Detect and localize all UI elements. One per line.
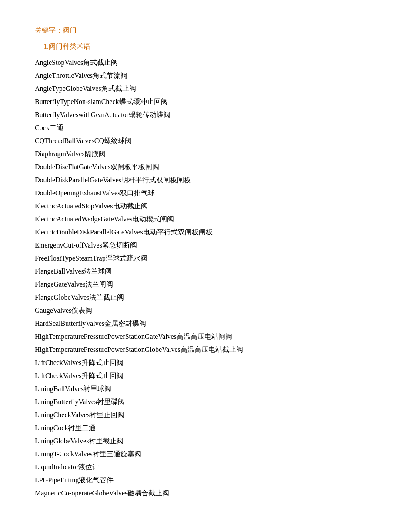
entry-chinese: 角式截止阀 <box>83 59 118 66</box>
entry-english: ElectricDoubleDiskParallelGateValves <box>35 228 143 236</box>
entry-english: LPGPipeFitting <box>35 476 79 484</box>
entry-english: LiningBallValves <box>35 385 84 392</box>
entry-english: CQThreadBallValvesCQ <box>35 137 104 144</box>
entry-chinese: 螺纹球阀 <box>104 137 132 144</box>
list-item: ElectricActuatedStopValves电动截止阀 <box>35 200 376 212</box>
list-item: DiaphragmValves隔膜阀 <box>35 148 376 160</box>
entry-chinese: 衬里二通 <box>68 424 96 432</box>
keyword-line: 关键字：阀门 <box>35 26 376 35</box>
entry-english: DiaphragmValves <box>35 150 85 157</box>
entry-chinese: 磁耦合截止阀 <box>127 489 169 497</box>
entry-english: ButterflyValveswithGearActuator <box>35 111 129 118</box>
entry-english: AngleStopValves <box>35 59 83 66</box>
list-item: AngleStopValves角式截止阀 <box>35 57 376 69</box>
list-item: HighTemperaturePressurePowerStationGlobe… <box>35 344 376 356</box>
list-item: LiningCheckValves衬里止回阀 <box>35 409 376 421</box>
entry-english: DoubleOpeningExhaustValves <box>35 189 120 197</box>
entry-english: Cock <box>35 124 50 131</box>
entry-chinese: 衬里止回阀 <box>90 411 124 418</box>
entry-chinese: 二通 <box>50 124 63 131</box>
entry-chinese: 电动截止阀 <box>113 202 148 210</box>
list-item: LiningT-CockValves衬里三通旋塞阀 <box>35 448 376 460</box>
entry-english: LiftCheckValves <box>35 359 82 366</box>
entry-chinese: 角式节流阀 <box>93 72 127 79</box>
list-item: LPGPipeFitting液化气管件 <box>35 474 376 486</box>
entry-english: DoubleDiskParallelGateValves <box>35 176 121 184</box>
entry-english: MagneticCo-operateGlobeValves <box>35 489 127 497</box>
list-item: LiftCheckValves升降式止回阀 <box>35 357 376 369</box>
list-item: ElectricDoubleDiskParallelGateValves电动平行… <box>35 226 376 238</box>
entry-english: LiningT-CockValves <box>35 450 93 458</box>
list-item: LiningBallValves衬里球阀 <box>35 383 376 395</box>
list-item: ButterflyTypeNon-slamCheck蝶式缓冲止回阀 <box>35 96 376 108</box>
entry-english: AngleThrottleValves <box>35 72 93 79</box>
list-item: LiningButterflyValves衬里碟阀 <box>35 396 376 408</box>
entry-chinese: 角式截止阀 <box>101 85 136 92</box>
list-item: DoubleDiscFlatGateValves双闸板平板闸阀 <box>35 161 376 173</box>
entry-english: LiquidIndicator <box>35 463 78 471</box>
list-item: ButterflyValveswithGearActuator蜗轮传动蝶阀 <box>35 109 376 121</box>
entry-english: ButterflyTypeNon-slamCheck <box>35 98 119 105</box>
section-title: 1.阀门种类术语 <box>35 42 376 51</box>
entry-english: HighTemperaturePressurePowerStationGlobe… <box>35 346 180 353</box>
list-item: FlangeBallValves法兰球阀 <box>35 265 376 278</box>
entry-chinese: 升降式止回阀 <box>82 359 124 366</box>
entry-english: FreeFloatTypeSteamTrap <box>35 254 106 262</box>
entry-chinese: 隔膜阀 <box>85 150 106 157</box>
entry-english: FlangeBallValves <box>35 268 84 275</box>
entry-chinese: 浮球式疏水阀 <box>106 254 147 262</box>
entry-english: LiningGlobeValves <box>35 437 89 445</box>
list-item: CQThreadBallValvesCQ螺纹球阀 <box>35 135 376 147</box>
entry-chinese: 法兰球阀 <box>84 268 112 275</box>
entry-chinese: 明杆平行式双闸板闸板 <box>121 176 191 184</box>
entry-english: HardSealButterflyValves <box>35 320 104 327</box>
entry-chinese: 电动平行式双闸板闸板 <box>143 228 213 236</box>
entry-english: FlangeGlobeValves <box>35 294 89 301</box>
list-item: FlangeGateValves法兰闸阀 <box>35 278 376 291</box>
entry-english: EmergenyCut-offValves <box>35 241 102 249</box>
keyword-value: 阀门 <box>63 27 77 34</box>
entries-list: AngleStopValves角式截止阀AngleThrottleValves角… <box>35 57 376 499</box>
entry-chinese: 蝶式缓冲止回阀 <box>119 98 168 105</box>
list-item: DoubleOpeningExhaustValves双口排气球 <box>35 187 376 199</box>
entry-chinese: 仪表阀 <box>71 307 92 314</box>
entry-chinese: 衬里球阀 <box>84 385 111 392</box>
entry-chinese: 衬里截止阀 <box>89 437 124 445</box>
entry-english: LiningButterflyValves <box>35 398 97 405</box>
entry-english: ElectricActuatedWedgeGateValves <box>35 215 132 223</box>
entry-chinese: 双口排气球 <box>120 189 155 197</box>
entry-english: HighTemperaturePressurePowerStationGateV… <box>35 333 177 340</box>
list-item: HardSealButterflyValves金属密封碟阀 <box>35 318 376 330</box>
entry-english: LiftCheckValves <box>35 372 82 379</box>
entry-chinese: 电动楔式闸阀 <box>132 215 174 223</box>
list-item: LiningGlobeValves衬里截止阀 <box>35 435 376 447</box>
entry-chinese: 衬里三通旋塞阀 <box>93 450 141 458</box>
list-item: GaugeValves仪表阀 <box>35 304 376 317</box>
list-item: LiquidIndicator液位计 <box>35 461 376 473</box>
entry-chinese: 金属密封碟阀 <box>104 320 146 327</box>
list-item: FlangeGlobeValves法兰截止阀 <box>35 291 376 304</box>
entry-chinese: 衬里碟阀 <box>97 398 125 405</box>
entry-english: FlangeGateValves <box>35 281 85 288</box>
entry-chinese: 紧急切断阀 <box>102 241 137 249</box>
list-item: FreeFloatTypeSteamTrap浮球式疏水阀 <box>35 252 376 264</box>
entry-chinese: 法兰截止阀 <box>89 294 124 301</box>
list-item: DoubleDiskParallelGateValves明杆平行式双闸板闸板 <box>35 174 376 186</box>
list-item: EmergenyCut-offValves紧急切断阀 <box>35 239 376 251</box>
keyword-label: 关键字： <box>35 27 63 34</box>
entry-english: DoubleDiscFlatGateValves <box>35 163 110 171</box>
entry-chinese: 液位计 <box>78 463 99 471</box>
entry-chinese: 法兰闸阀 <box>85 281 113 288</box>
entry-english: GaugeValves <box>35 307 71 314</box>
list-item: Cock二通 <box>35 122 376 134</box>
list-item: MagneticCo-operateGlobeValves磁耦合截止阀 <box>35 487 376 499</box>
list-item: HighTemperaturePressurePowerStationGateV… <box>35 331 376 343</box>
list-item: ElectricActuatedWedgeGateValves电动楔式闸阀 <box>35 213 376 225</box>
entry-chinese: 蜗轮传动蝶阀 <box>129 111 170 118</box>
entry-chinese: 双闸板平板闸阀 <box>110 163 159 171</box>
entry-english: LiningCock <box>35 424 68 432</box>
entry-english: AngleTypeGlobeValves <box>35 85 101 92</box>
entry-english: LiningCheckValves <box>35 411 90 418</box>
list-item: AngleTypeGlobeValves角式截止阀 <box>35 83 376 95</box>
entry-english: ElectricActuatedStopValves <box>35 202 113 210</box>
